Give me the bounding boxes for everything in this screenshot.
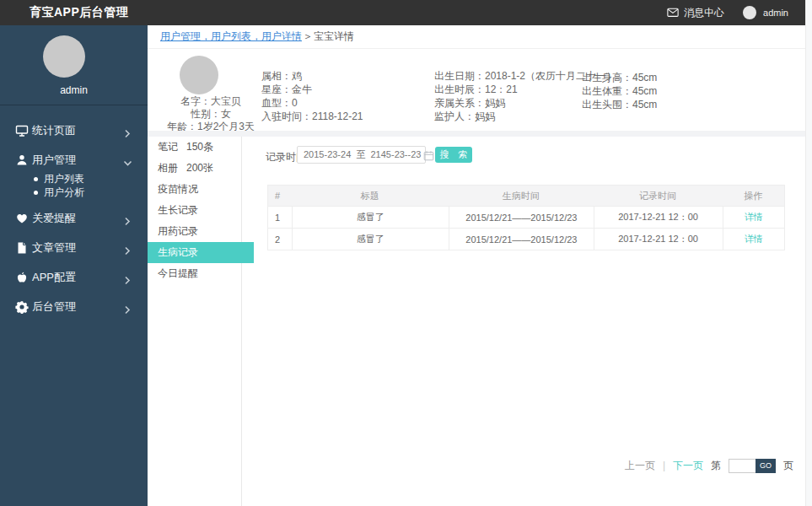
sidebar-item-care-reminder[interactable]: 关爱提醒: [0, 203, 148, 234]
baby-head-circumference: 出生头围：45cm: [582, 98, 657, 112]
section-gap: [148, 131, 805, 137]
sidebar-item-label: 关爱提醒: [32, 211, 76, 226]
go-button[interactable]: GO: [756, 459, 776, 473]
user-icon: [15, 153, 29, 167]
header-sick-time: 生病时间: [449, 186, 593, 206]
pagination: 上一页 | 下一页 第 GO 页: [0, 458, 793, 473]
baby-birth-weight: 出生体重：45cm: [582, 84, 657, 99]
table-row: 2 感冒了 2015/12/21——2015/12/23 2017-12-21 …: [268, 228, 784, 250]
cell-sick-time: 2015/12/21——2015/12/23: [449, 229, 593, 250]
cell-index: 1: [268, 207, 292, 228]
cell-sick-time: 2015/12/21——2015/12/23: [449, 207, 593, 228]
message-center-button[interactable]: 消息中心: [667, 6, 724, 20]
envelope-icon: [667, 7, 679, 19]
calendar-icon: [423, 149, 434, 160]
subnav-label: 生长记录: [158, 203, 198, 218]
date-range-picker[interactable]: [297, 146, 426, 164]
sidebar-subitem-user-list[interactable]: 用户列表: [0, 172, 148, 186]
chevron-right-icon: [123, 214, 132, 223]
cell-title: 感冒了: [292, 207, 449, 228]
prev-page-button[interactable]: 上一页: [625, 459, 655, 473]
date-range-input[interactable]: [298, 150, 423, 160]
sidebar-item-article-management[interactable]: 文章管理: [0, 233, 148, 263]
message-center-label: 消息中心: [684, 6, 724, 20]
chevron-right-icon: [123, 244, 132, 253]
cell-record-time: 2017-12-21 12：00: [594, 229, 723, 250]
table-header-row: # 标题 生病时间 记录时间 操作: [268, 186, 784, 206]
subnav-item-growth[interactable]: 生长记录: [148, 200, 242, 221]
pagination-separator: |: [663, 460, 665, 471]
baby-birth-hour: 出生时辰：12：21: [434, 83, 518, 97]
baby-zodiac: 属相：鸡: [261, 69, 302, 83]
sidebar-subitem-user-analysis[interactable]: 用户分析: [0, 186, 148, 199]
search-button[interactable]: 搜 索: [435, 147, 472, 163]
next-page-button[interactable]: 下一页: [673, 459, 703, 473]
sidebar-avatar: [43, 35, 85, 78]
baby-guardian: 监护人：妈妈: [434, 110, 495, 124]
breadcrumb-links[interactable]: 用户管理，用户列表，用户详情: [160, 30, 302, 44]
baby-profile-panel: 名字：大宝贝 性别：女 年龄：1岁2个月3天 属相：鸡 星座：金牛 血型：0 入…: [148, 49, 805, 131]
topbar-username: admin: [763, 8, 788, 18]
sidebar-subitem-label: 用户分析: [44, 186, 84, 200]
detail-link[interactable]: 详情: [745, 233, 763, 245]
subnav-label: 相册: [158, 161, 178, 175]
sidebar-item-label: APP配置: [32, 270, 76, 285]
sidebar-item-backend-management[interactable]: 后台管理: [0, 292, 148, 322]
subnav-item-medication[interactable]: 用药记录: [148, 221, 242, 242]
sidebar-username: admin: [0, 84, 148, 96]
sidebar-item-label: 后台管理: [32, 299, 76, 315]
sidebar-item-label: 文章管理: [32, 240, 76, 256]
sidebar-item-app-config[interactable]: APP配置: [0, 262, 148, 293]
sidebar-item-label: 用户管理: [32, 153, 76, 168]
chevron-right-icon: [123, 303, 132, 312]
bullet-icon: [34, 191, 38, 195]
table-row: 1 感冒了 2015/12/21——2015/12/23 2017-12-21 …: [268, 206, 784, 228]
sidebar-item-label: 统计页面: [32, 123, 76, 138]
baby-join-time: 入驻时间：2118-12-21: [261, 110, 363, 124]
app-title: 育宝APP后台管理: [30, 5, 128, 20]
bullet-icon: [34, 177, 38, 181]
breadcrumb-current: 宝宝详情: [314, 30, 354, 44]
subnav-item-album[interactable]: 相册 200张: [148, 158, 242, 179]
cell-index: 2: [268, 229, 292, 250]
page: 育宝APP后台管理 消息中心 admin admin 统计页面: [0, 0, 812, 506]
subnav-item-vaccine[interactable]: 疫苗情况: [148, 179, 242, 200]
sidebar-item-statistics[interactable]: 统计页面: [0, 116, 148, 146]
chevron-down-icon: [123, 156, 132, 165]
topbar-right: 消息中心 admin: [667, 0, 788, 25]
subnav-count: 200张: [186, 161, 213, 175]
subnav-count: 150条: [186, 140, 213, 154]
sidebar-subitem-label: 用户列表: [44, 172, 84, 186]
baby-relation: 亲属关系：妈妈: [434, 96, 505, 110]
page-number-input[interactable]: [729, 459, 756, 473]
baby-constellation: 星座：金牛: [261, 83, 312, 97]
breadcrumb-separator: ＞: [303, 30, 313, 44]
subnav-label: 笔记: [158, 140, 178, 154]
apple-icon: [15, 271, 29, 284]
scrollbar-track[interactable]: [805, 0, 812, 506]
sidebar-divider: [0, 105, 148, 105]
topbar: 育宝APP后台管理 消息中心 admin: [0, 0, 805, 25]
subnav-item-notes[interactable]: 笔记 150条: [148, 137, 242, 158]
user-avatar[interactable]: [743, 6, 756, 19]
header-action: 操作: [723, 186, 784, 206]
baby-avatar: [180, 56, 218, 94]
chevron-right-icon: [123, 126, 132, 136]
subnav-label: 用药记录: [158, 224, 198, 239]
gear-icon: [15, 300, 29, 314]
header-index: #: [268, 186, 292, 206]
header-title: 标题: [292, 186, 449, 206]
subnav-item-sickness[interactable]: 生病记录: [148, 242, 254, 263]
cell-title: 感冒了: [292, 229, 449, 250]
document-icon: [15, 241, 29, 255]
header-record-time: 记录时间: [594, 186, 723, 206]
monitor-icon: [15, 124, 29, 137]
page-prefix: 第: [711, 459, 721, 473]
cell-record-time: 2017-12-21 12：00: [594, 207, 723, 228]
subnav-label: 疫苗情况: [158, 182, 198, 196]
page-suffix: 页: [783, 459, 793, 473]
subnav-label: 生病记录: [158, 245, 198, 260]
subnav-item-today-reminder[interactable]: 今日提醒: [148, 263, 242, 284]
detail-link[interactable]: 详情: [745, 211, 763, 223]
sickness-record-table: # 标题 生病时间 记录时间 操作 1 感冒了 2015/12/21——2015…: [267, 185, 785, 250]
